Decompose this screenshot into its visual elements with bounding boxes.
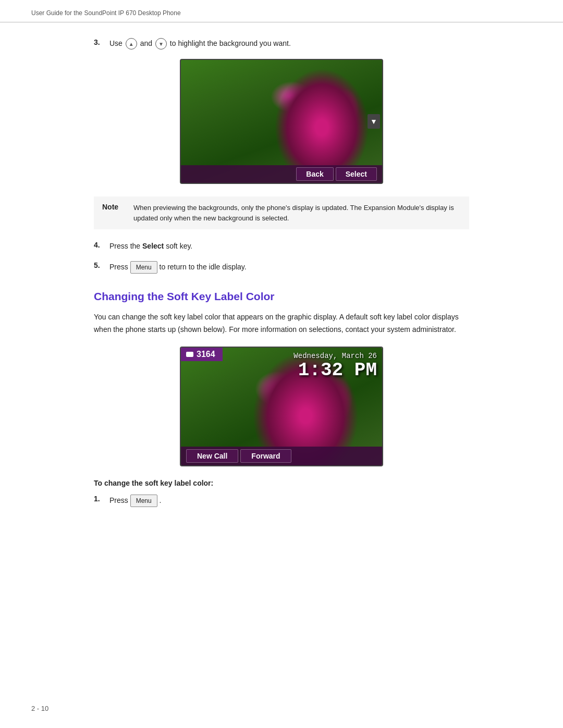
step-5: 5. Press Menu to return to the idle disp… [94, 261, 469, 274]
note-text: When previewing the backgrounds, only th… [133, 203, 461, 223]
section-body: You can change the soft key label color … [94, 311, 469, 336]
bg-softkey-bar: Back Select [181, 165, 382, 183]
step-4-text: Press the [109, 242, 140, 250]
to-change-heading: To change the soft key label color: [94, 479, 469, 487]
select-softkey[interactable]: Select [336, 167, 377, 181]
main-phone-screen: 3164 Wednesday, March 26 1:32 PM New Cal… [180, 347, 383, 466]
step-4-text-after: soft key. [166, 242, 192, 250]
step-4-number: 4. [94, 241, 109, 249]
step-4: 4. Press the Select soft key. [94, 241, 469, 252]
backgrounds-screen: Backgrounds 1. Thistle 2. Light Blue 3. … [180, 59, 383, 184]
note-label: Note [102, 203, 123, 223]
datetime-overlay: Wednesday, March 26 1:32 PM [293, 352, 377, 381]
step-3-body: Use ▲ and ▼ to highlight the background … [109, 38, 469, 50]
step-3-number: 3. [94, 38, 109, 46]
page-footer: 2 - 10 [31, 705, 48, 712]
step-5-menu-button[interactable]: Menu [130, 261, 157, 274]
back-softkey[interactable]: Back [296, 167, 333, 181]
step-3-text-after: to highlight the background you want. [170, 39, 291, 47]
note-box: Note When previewing the backgrounds, on… [94, 196, 469, 229]
forward-softkey[interactable]: Forward [240, 449, 291, 463]
step-1-menu-button[interactable]: Menu [130, 495, 157, 507]
step-1-text-before: Press [109, 496, 128, 504]
step-4-body: Press the Select soft key. [109, 241, 469, 252]
step-3-text-before: Use [109, 39, 123, 47]
new-call-softkey[interactable]: New Call [186, 449, 238, 463]
main-softkey-bar: New Call Forward [181, 447, 382, 465]
flower-background [181, 60, 382, 183]
scroll-down-indicator: ▼ [368, 114, 380, 129]
ext-phone-icon [186, 352, 193, 357]
step-5-body: Press Menu to return to the idle display… [109, 261, 469, 274]
header-title: User Guide for the SoundPoint IP 670 Des… [31, 9, 181, 17]
date-display: Wednesday, March 26 [293, 352, 377, 360]
page-content: 3. Use ▲ and ▼ to highlight the backgrou… [0, 22, 563, 548]
step-3: 3. Use ▲ and ▼ to highlight the backgrou… [94, 38, 469, 50]
section-heading: Changing the Soft Key Label Color [94, 290, 469, 303]
step-1-text-after: . [160, 496, 162, 504]
page-number: 2 - 10 [31, 705, 48, 712]
extension-number: 3164 [197, 350, 215, 359]
step-3-connector: and [140, 39, 152, 47]
step-5-text-before: Press [109, 263, 128, 271]
step-1: 1. Press Menu . [94, 495, 469, 507]
page-header: User Guide for the SoundPoint IP 670 Des… [0, 0, 563, 22]
extension-bar: 3164 [181, 348, 223, 361]
step-1-body: Press Menu . [109, 495, 469, 507]
nav-down-icon: ▼ [155, 38, 167, 50]
time-display: 1:32 PM [293, 360, 377, 381]
step-4-bold: Select [142, 242, 164, 250]
nav-up-icon: ▲ [126, 38, 137, 50]
step-1-number: 1. [94, 495, 109, 503]
step-5-text-after: to return to the idle display. [160, 263, 247, 271]
step-5-number: 5. [94, 261, 109, 269]
